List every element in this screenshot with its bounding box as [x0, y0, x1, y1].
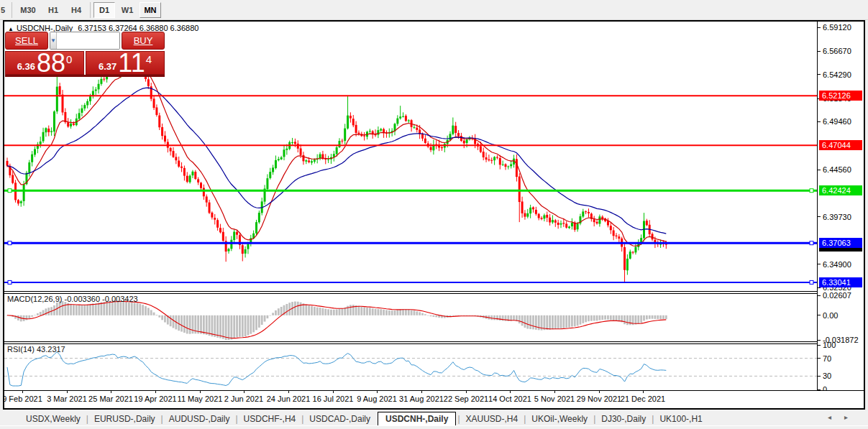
volume-decrease-icon[interactable]: ▼ — [50, 32, 57, 49]
date-tick-mark — [22, 391, 23, 393]
line-handle — [810, 241, 813, 245]
buy-button[interactable]: BUY — [122, 32, 165, 50]
date-label: 22 Sep 2021 — [444, 395, 488, 403]
chart-tab-uk100-[interactable]: UK100-,H1 — [655, 412, 706, 425]
price-tick-label: 6.54290 — [823, 70, 851, 79]
date-label: 3 Mar 2021 — [47, 395, 87, 403]
timeframe-button-w1[interactable]: W1 — [117, 2, 138, 18]
ma-slow-line — [7, 88, 666, 234]
tab-separator: | — [300, 412, 305, 425]
level-price-label: 6.37063 — [819, 238, 862, 248]
chart-tab-ukoil-[interactable]: UKOil-,Weekly — [527, 412, 592, 425]
price-tick-label: 6.59120 — [823, 23, 851, 32]
chart-tab-usdchf-[interactable]: USDCHF-,H4 — [239, 412, 301, 425]
date-label: 25 Mar 2021 — [88, 395, 133, 403]
chart-tab-usdx[interactable]: USDX,Weekly — [22, 412, 85, 425]
macd-main-value: -0.003360 — [64, 295, 100, 303]
tab-separator: | — [234, 412, 239, 425]
chart-tab-usdcad-[interactable]: USDCAD-,Daily — [305, 412, 375, 425]
line-handle — [8, 280, 12, 284]
date-tick-mark — [377, 391, 378, 393]
tab-separator: | — [456, 412, 461, 425]
rsi-line — [7, 352, 666, 386]
ma-fast-line — [7, 68, 666, 246]
timeframe-toolbar: 5M30H1H4D1W1MN — [0, 0, 868, 20]
timeframe-button-mn[interactable]: MN — [140, 2, 161, 18]
tab-separator: | — [160, 412, 165, 425]
rsi-tick-label: 70 — [823, 354, 831, 363]
price-axis[interactable]: 6.591206.566706.542906.518406.494606.445… — [817, 22, 864, 390]
date-label: 31 Aug 2021 — [399, 395, 444, 403]
rsi-label: RSI(14) 43.2317 — [7, 345, 65, 354]
chart-window: ▲USDCNH-,Daily6.37153 6.37264 6.36880 6.… — [3, 20, 865, 410]
tab-separator: | — [522, 412, 527, 425]
rsi-tick-label: 30 — [823, 372, 831, 380]
bid-pip-digit: 0 — [66, 54, 72, 65]
level-price-label: 6.33041 — [819, 277, 862, 287]
date-tick-mark — [421, 391, 422, 393]
axis-tick-mark — [818, 295, 821, 296]
axis-tick-mark — [818, 358, 821, 359]
tab-separator: | — [85, 412, 90, 425]
sell-price-button[interactable]: 6.36 88 0 — [5, 51, 84, 75]
chart-tab-dj30-[interactable]: DJ30-,Daily — [597, 412, 650, 425]
sell-button[interactable]: SELL — [5, 32, 48, 50]
price-tick-label: 6.56670 — [823, 47, 851, 55]
macd-histogram — [6, 300, 667, 340]
date-tick-mark — [111, 391, 111, 393]
chart-tab-audusd-[interactable]: AUDUSD-,Daily — [165, 412, 234, 425]
chart-tab-usdcnh-[interactable]: USDCNH-,Daily — [378, 412, 456, 425]
level-price-label: 6.42424 — [819, 185, 862, 195]
chart-tab-xauusd-[interactable]: XAUUSD-,H4 — [462, 412, 523, 425]
axis-tick-mark — [818, 345, 821, 346]
axis-tick-mark — [818, 170, 821, 170]
axis-tick-mark — [818, 51, 821, 52]
line-handle — [8, 241, 12, 245]
axis-tick-mark — [818, 216, 821, 217]
date-tick-mark — [67, 391, 68, 393]
date-axis[interactable]: 9 Feb 20213 Mar 202125 Mar 202119 Apr 20… — [4, 390, 864, 407]
bid-big-digits: 88 — [37, 52, 65, 74]
date-tick-mark — [288, 391, 289, 393]
volume-stepper: ▼ ▲ — [50, 32, 120, 50]
macd-label: MACD(12,26,9) -0.003360 -0.003423 — [7, 295, 138, 303]
date-tick-mark — [510, 391, 511, 393]
price-tick-label: 6.44560 — [823, 165, 851, 174]
date-label: 24 Jun 2021 — [267, 395, 311, 403]
date-tick-mark — [643, 391, 644, 393]
tab-separator: | — [592, 412, 597, 425]
price-tick-label: 6.39730 — [823, 213, 851, 221]
line-handle — [8, 189, 12, 193]
timeframe-button-h4[interactable]: H4 — [65, 2, 87, 18]
line-handle — [810, 189, 813, 193]
rsi-tick-label: 100 — [823, 341, 836, 349]
date-label: 2 Jun 2021 — [224, 395, 263, 403]
tab-scroll-arrows[interactable]: ◂▸ — [828, 413, 861, 421]
macd-tick-label: 0.00 — [823, 311, 838, 320]
date-tick-mark — [155, 391, 156, 393]
price-tick-label: 6.49460 — [823, 117, 851, 126]
date-tick-mark — [466, 391, 467, 393]
line-handle — [810, 280, 813, 284]
rsi-value: 43.2317 — [37, 345, 65, 354]
rsi-indicator-pane[interactable] — [4, 344, 817, 390]
volume-input[interactable] — [57, 32, 120, 49]
timeframe-button-h1[interactable]: H1 — [42, 2, 64, 18]
toolbar-separator — [12, 2, 12, 18]
toolbar-separator — [90, 2, 91, 18]
date-label: 9 Aug 2021 — [357, 395, 397, 403]
date-label: 19 Apr 2021 — [134, 395, 176, 403]
date-label: 29 Nov 2021 — [577, 395, 621, 403]
chart-tab-eurusd-[interactable]: EURUSD-,Daily — [90, 412, 160, 425]
chart-tabbar: USDX,Weekly|EURUSD-,Daily|AUDUSD-,Daily|… — [0, 410, 868, 425]
date-tick-mark — [333, 391, 334, 393]
timeframe-button-5[interactable]: 5 — [0, 2, 9, 18]
status-strip — [0, 425, 868, 429]
date-label: 5 Nov 2021 — [534, 395, 575, 403]
timeframe-button-m30[interactable]: M30 — [15, 2, 41, 18]
timeframe-button-d1[interactable]: D1 — [93, 2, 115, 18]
price-tick-label: 6.34900 — [823, 260, 851, 269]
bid-prefix: 6.36 — [17, 61, 35, 72]
buy-price-button[interactable]: 6.37 11 4 — [86, 51, 165, 75]
date-tick-mark — [599, 391, 600, 393]
